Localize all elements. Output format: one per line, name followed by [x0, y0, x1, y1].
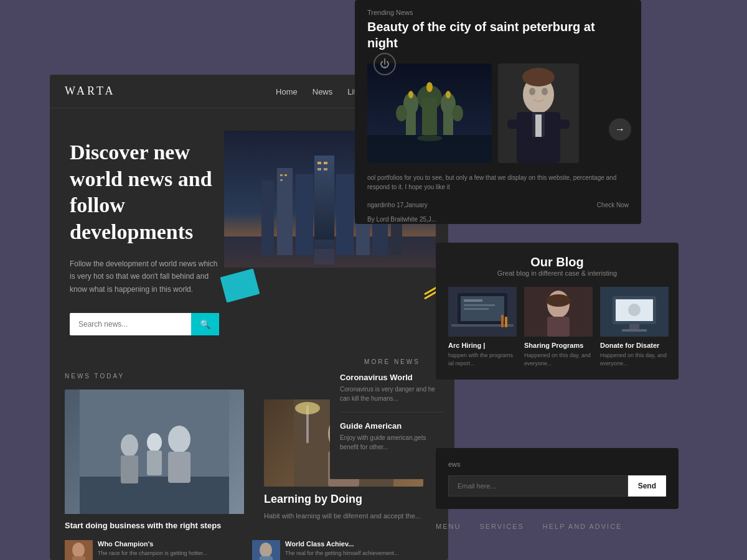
- svg-rect-79: [629, 324, 639, 329]
- svg-rect-37: [314, 240, 334, 264]
- svg-point-62: [522, 68, 555, 86]
- svg-point-60: [529, 88, 535, 95]
- footer-links: MENU SERVICES HELP AND ADVICE: [436, 523, 679, 530]
- svg-point-61: [542, 88, 548, 95]
- svg-point-48: [426, 82, 433, 92]
- more-news-item-1[interactable]: Coronavirus World Coronavirus is very da…: [340, 373, 444, 413]
- small-news-2-desc: The real for the getting himself achieve…: [285, 549, 399, 558]
- news-card-1[interactable]: Start doing business with the right step…: [65, 390, 244, 531]
- blog-card-3[interactable]: Donate for Disater Happened on this day,…: [600, 287, 669, 367]
- svg-rect-29: [296, 174, 313, 255]
- learning-title: Learning by Doing: [264, 493, 423, 506]
- send-button[interactable]: Send: [628, 475, 666, 497]
- svg-rect-45: [443, 104, 453, 135]
- svg-point-12: [295, 402, 320, 414]
- hero-title: Discover new world news and follow devel…: [70, 139, 244, 245]
- svg-rect-58: [507, 119, 520, 129]
- blog-card-2-title: Sharing Programs: [524, 342, 593, 349]
- svg-rect-18: [260, 556, 273, 560]
- more-news-item-1-desc: Coronavirus is very danger and he can ki…: [340, 385, 444, 403]
- small-thumb-1: [65, 540, 93, 560]
- svg-rect-24: [324, 162, 327, 164]
- blog-card-2[interactable]: Sharing Programs Happened on this day, a…: [524, 287, 593, 367]
- search-bar: 🔍: [70, 313, 219, 335]
- small-news-2-title: World Class Achiev...: [285, 540, 399, 548]
- search-button[interactable]: 🔍: [191, 313, 219, 335]
- svg-rect-25: [317, 168, 321, 170]
- trending-images: [355, 56, 641, 170]
- svg-point-2: [168, 426, 190, 453]
- svg-rect-59: [557, 119, 570, 129]
- logo: WARTA: [65, 85, 115, 98]
- svg-rect-23: [317, 162, 321, 164]
- trending-label: Trending News: [367, 9, 629, 16]
- nav-home[interactable]: Home: [276, 87, 298, 96]
- blog-img-1: [448, 287, 517, 337]
- blog-subtitle: Great blog in different case & interisti…: [448, 269, 666, 277]
- hero-subtitle: Follow the development of world news whi…: [70, 258, 219, 296]
- trending-date: ngardinho 17,January: [367, 202, 428, 208]
- trending-author: By Lord Braitwhite 25,J...: [355, 213, 641, 224]
- svg-rect-66: [464, 299, 482, 302]
- blog-section: Our Blog Great blog in different case & …: [436, 243, 679, 380]
- trending-cathedral-image: [367, 63, 492, 163]
- svg-rect-80: [622, 329, 647, 332]
- learning-desc: Habit with learning will be diferrent an…: [264, 511, 423, 521]
- footer-services: SERVICES: [479, 523, 524, 530]
- news-img-1: [65, 390, 244, 514]
- svg-rect-71: [505, 317, 507, 327]
- svg-rect-74: [547, 317, 570, 337]
- power-button-icon[interactable]: ⏻: [374, 53, 396, 75]
- more-news-item-2[interactable]: Guide American Enjoy with guide american…: [340, 421, 444, 460]
- svg-rect-41: [422, 98, 437, 135]
- trending-person-image: [498, 63, 579, 163]
- svg-rect-27: [261, 180, 274, 255]
- svg-rect-68: [464, 308, 489, 310]
- nav-news[interactable]: News: [312, 87, 333, 96]
- blog-card-1[interactable]: Arc Hiring | happen with the programs ia…: [448, 287, 517, 367]
- newsletter-desc: ews: [448, 460, 666, 468]
- svg-rect-36: [280, 179, 283, 181]
- blog-card-1-title: Arc Hiring |: [448, 342, 517, 349]
- small-news-row: Who Champion's The race for the champion…: [65, 540, 433, 560]
- blog-card-3-title: Donate for Disater: [600, 342, 669, 349]
- more-news-item-2-desc: Enjoy with guide american,gets benefit f…: [340, 433, 444, 452]
- footer-help: HELP AND ADVICE: [543, 523, 622, 530]
- svg-point-75: [546, 294, 571, 307]
- email-form: Send: [448, 475, 666, 497]
- blog-card-1-desc: happen with the programs ial report...: [448, 352, 517, 367]
- svg-rect-5: [121, 455, 138, 483]
- svg-point-46: [396, 105, 407, 121]
- blog-grid: Arc Hiring | happen with the programs ia…: [448, 287, 666, 367]
- trending-header: Trending News Beauty of the city of sain…: [355, 0, 641, 56]
- blog-title: Our Blog: [448, 255, 666, 269]
- more-news-item-2-title: Guide American: [340, 421, 444, 431]
- blog-img-2: [524, 287, 593, 337]
- blog-card-2-desc: Happened on this day, and everyone...: [524, 352, 593, 367]
- small-news-1-title: Who Champion's: [98, 540, 207, 548]
- svg-point-4: [121, 434, 138, 457]
- next-arrow-button[interactable]: →: [609, 118, 631, 141]
- svg-rect-15: [72, 556, 85, 560]
- small-news-2[interactable]: World Class Achiev... The real for the g…: [252, 540, 433, 560]
- check-now-button[interactable]: Check Now: [597, 202, 629, 208]
- search-input[interactable]: [70, 314, 191, 335]
- trending-title: Beauty of the city of saint peterburg at…: [367, 19, 629, 51]
- svg-rect-30: [336, 174, 354, 255]
- svg-point-14: [72, 543, 85, 558]
- more-news-label: MORE NEWS: [340, 358, 444, 365]
- svg-rect-26: [324, 168, 327, 170]
- email-input[interactable]: [448, 475, 628, 497]
- trending-desc: ool portfolios for you to see, but only …: [355, 170, 641, 197]
- more-news-item-1-title: Coronavirus World: [340, 373, 444, 382]
- svg-point-47: [452, 105, 463, 121]
- svg-point-81: [628, 304, 641, 316]
- svg-rect-67: [464, 304, 495, 306]
- svg-point-49: [408, 91, 413, 98]
- small-news-1[interactable]: Who Champion's The race for the champion…: [65, 540, 246, 560]
- svg-rect-69: [451, 324, 514, 327]
- svg-point-52: [417, 135, 442, 141]
- svg-point-6: [147, 433, 162, 452]
- blog-card-3-desc: Happened on this day, and everyone...: [600, 352, 669, 367]
- svg-rect-43: [406, 104, 416, 135]
